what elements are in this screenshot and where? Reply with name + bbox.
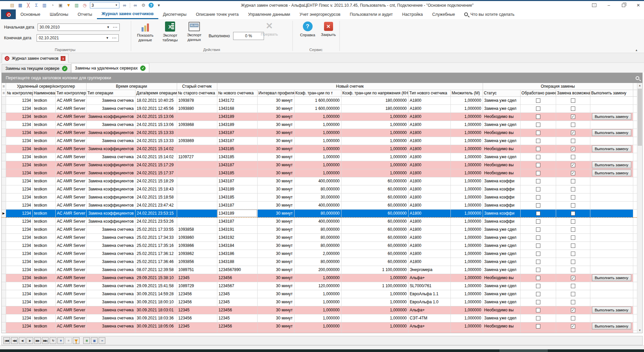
cell-new[interactable]: 123456 [217,274,257,282]
execute-replacement-button[interactable]: Выполнить замену [592,113,631,120]
cell-interval[interactable]: 30 минут [257,121,294,129]
replacement-possible-checkbox[interactable] [571,260,575,264]
cell-new[interactable]: 1343188 [217,258,257,266]
cell-old[interactable]: 1089729 [177,282,217,290]
processed-earlier-checkbox[interactable] [536,155,540,159]
cell-num[interactable]: 1234 [6,145,33,153]
cell-op[interactable]: Замена коэффициентов [86,113,135,121]
cell-num[interactable]: 1234 [6,282,33,290]
processed-earlier-checkbox[interactable] [536,244,540,248]
cell-op[interactable]: Замена счетчика [86,225,135,233]
cell-name[interactable]: testkon [33,225,55,233]
cell-num[interactable]: 1234 [6,266,33,274]
cell-new[interactable]: 1343192 [217,233,257,241]
cell-num[interactable]: 1234 [6,306,33,314]
cell-ctype[interactable]: AC AMR Server [55,290,86,298]
cell-kn[interactable]: 60,000000 [341,185,408,193]
cell-kn[interactable]: 1,000000 [341,290,408,298]
cell-num[interactable]: 1234 [6,290,33,298]
grid-row[interactable]: 1234testkonAC AMR ServerЗамена счетчика2… [2,250,637,258]
cell-interval[interactable]: 30 минут [257,153,294,161]
cell-interval[interactable] [257,330,294,333]
cell-old[interactable]: 123456 [177,298,217,306]
cell-interval[interactable]: 30 минут [257,113,294,121]
cell-dt[interactable]: 24.02.2021 23:53:15 [135,209,177,217]
cell-interval[interactable]: 30 минут [257,250,294,258]
cell-new[interactable]: 1343184 [217,241,257,250]
cell-kn[interactable]: 1,000000 [341,129,408,137]
grid-row[interactable]: 1234testkonAC AMR ServerЗамена счетчика2… [2,233,637,241]
replacement-possible-checkbox[interactable] [571,324,575,328]
cell-interval[interactable]: 30 минут [257,193,294,201]
cell-kt[interactable]: 80,000000 [294,241,341,250]
cell-old[interactable]: 1089751 [177,266,217,274]
cell-name[interactable]: testkon [33,322,55,330]
find-icon[interactable]: ∞ [122,2,127,8]
cell-num[interactable]: 1234 [6,169,33,177]
cell-old[interactable] [177,201,217,209]
cell-new[interactable]: 1343187 [217,201,257,209]
grid-row[interactable]: 1234testkonAC AMR ServerЗамена коэффицие… [2,185,637,193]
cell-ntype[interactable]: СЭТ-4ТМ [408,314,450,322]
replacement-possible-checkbox[interactable] [571,300,575,304]
cell-mult[interactable]: 1,000000 [450,217,483,225]
processed-earlier-checkbox[interactable] [536,195,540,200]
cell-kn[interactable]: 60,000000 [341,233,408,241]
start-date-input[interactable]: 30.09.2010 ▼ ··· [38,24,120,31]
cell-status[interactable]: Замена уже сдел [483,266,520,274]
cell-status[interactable]: Необходимо вы [483,161,520,169]
ribbon-tab[interactable]: Журнал замен счетчиков [97,9,158,19]
cell-kt[interactable]: 1,000000 [294,322,341,330]
cell-mult[interactable]: 1,000000 [450,201,483,209]
cell-name[interactable]: testkon [33,113,55,121]
cell-name[interactable]: testkon [33,169,55,177]
cell-ntype[interactable] [408,330,450,333]
cell-status[interactable]: Замена коэффи [483,193,520,201]
cell-kn[interactable]: 1 100,000000 [341,282,408,290]
cell-old[interactable]: 1109727 [177,153,217,161]
cell-kt[interactable]: 1,000000 [294,113,341,121]
cell-op[interactable]: Замена коэффициентов [86,161,135,169]
cell-num[interactable]: 1234 [6,193,33,201]
cell-kn[interactable]: 1,000000 [341,145,408,153]
cell-status[interactable]: Необходимо вы [483,306,520,314]
cell-mult[interactable]: 1,000000 [450,233,483,241]
grid-row[interactable]: 1234testkonAC AMR ServerЗамена счетчика2… [2,282,637,290]
cell-ctype[interactable]: AC AMR Server [55,250,86,258]
cell-old[interactable] [177,177,217,185]
cell-interval[interactable]: 30 минут [257,177,294,185]
cell-name[interactable]: testkon [33,121,55,129]
cell-kt[interactable]: 1,000000 [294,121,341,129]
ribbon-tab[interactable]: Диспетчеры [158,9,191,19]
end-date-dropdown-icon[interactable]: ▼ [106,36,109,40]
replacement-possible-checkbox[interactable] [571,179,575,183]
cell-kt[interactable]: 2,000000 [294,250,341,258]
cell-new[interactable]: 1343189 [217,121,257,129]
replacement-possible-checkbox[interactable] [571,131,575,135]
cell-kn[interactable]: 60,000000 [341,217,408,225]
cell-ctype[interactable]: AC AMR Server [55,258,86,266]
cell-name[interactable]: testkon [33,153,55,161]
cell-dt[interactable]: 30.09.2021 18:00:10 [135,298,177,306]
cell-kn[interactable]: 1,000000 [341,306,408,314]
minimize-button[interactable]: – [606,3,612,8]
gauge-icon[interactable]: ◔ [50,2,55,8]
cell-interval[interactable]: 30 минут [257,201,294,209]
grid-row[interactable]: 1234testkonAC AMR ServerЗамена коэффицие… [2,113,637,121]
processed-earlier-checkbox[interactable] [536,276,540,280]
cell-kn[interactable]: 60,000000 [341,225,408,233]
cell-status[interactable]: Замена уже сдел [483,137,520,145]
cell-ntype[interactable]: SL7000/761 [408,282,450,290]
cell-mult[interactable]: 1,000000 [450,129,483,137]
replacement-possible-checkbox[interactable] [571,219,575,224]
find2-icon[interactable]: ∞ [132,2,138,8]
processed-earlier-checkbox[interactable] [536,98,540,103]
customize-grid-button[interactable]: ▦ [91,337,98,344]
cell-ctype[interactable]: AC AMR Server [55,306,86,314]
cell-ntype[interactable]: A1800 [408,177,450,185]
cell-new[interactable]: 1343185 [217,153,257,161]
cell-mult[interactable]: 1,000000 [450,153,483,161]
cell-kt[interactable]: 200,000000 [294,266,341,274]
grid-row[interactable]: 1234testkonAC AMR ServerЗамена счетчика1… [2,96,637,104]
cell-ntype[interactable]: ЕвроАльфа 1.1 [408,290,450,298]
